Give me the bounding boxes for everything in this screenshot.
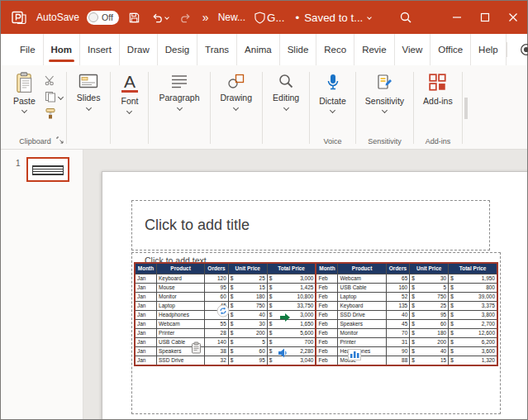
clipboard-object-icon[interactable]	[191, 341, 202, 354]
table-cell: $40	[228, 311, 267, 320]
table-header-month: Month	[135, 263, 157, 274]
table-cell: $1,320	[449, 356, 497, 366]
format-painter-button[interactable]	[45, 107, 63, 119]
tab-office[interactable]: Office	[430, 34, 471, 65]
search-button[interactable]	[397, 9, 414, 26]
table-cell: Monitor	[157, 293, 205, 302]
tab-slide[interactable]: Slide	[280, 34, 317, 65]
green-arrow-icon[interactable]	[279, 313, 291, 322]
drawing-group-button[interactable]: Drawing	[212, 67, 261, 149]
table-cell: Jan	[135, 347, 157, 356]
table-cell: SSD Drive	[157, 356, 205, 366]
save-button[interactable]	[126, 10, 142, 26]
record-button[interactable]	[518, 41, 528, 58]
addins-button[interactable]: Add-ins	[416, 69, 460, 106]
minimize-button[interactable]	[443, 1, 471, 34]
table-cell: $60	[228, 347, 267, 356]
paragraph-group-button[interactable]: Paragraph	[150, 67, 207, 149]
table-header-unit-price: Unit Price	[228, 263, 267, 274]
tab-view[interactable]: View	[395, 34, 431, 65]
editing-group-button[interactable]: Editing	[264, 67, 307, 149]
content-placeholder[interactable]: Click to add text MonthProductOrdersUnit…	[131, 252, 501, 414]
table-cell: $1,425	[267, 284, 316, 293]
table-cell: Keyboard	[338, 302, 386, 311]
sales-table[interactable]: MonthProductOrdersUnit PriceTotal PriceM…	[134, 262, 498, 366]
close-button[interactable]	[499, 1, 527, 34]
sensitivity-button[interactable]: Sensitivity	[358, 69, 411, 112]
tab-trans[interactable]: Trans	[197, 34, 237, 65]
table-cell: 32	[205, 356, 229, 366]
column-chart-icon[interactable]	[348, 349, 361, 360]
undo-button[interactable]	[150, 10, 170, 26]
group-separator	[355, 72, 356, 144]
slide-1-thumbnail[interactable]	[26, 157, 69, 182]
table-cell: Jan	[135, 311, 157, 320]
table-row: JanLaptop45$750$33,750FebKeyboard135$25$…	[135, 302, 497, 311]
tab-reco[interactable]: Reco	[316, 34, 354, 65]
cut-button[interactable]	[45, 74, 63, 86]
shield-icon	[254, 12, 265, 24]
table-row: JanUSB Cable140$5$700FebPrinter31$200$6,…	[135, 338, 497, 347]
maximize-button[interactable]	[471, 1, 499, 34]
tab-help[interactable]: Help	[471, 34, 507, 65]
copy-button[interactable]	[45, 91, 63, 103]
font-label: Font	[121, 96, 138, 106]
slide-thumbnail-row: 1	[1, 150, 83, 182]
table-cell: Jan	[135, 302, 157, 311]
group-separator	[66, 72, 67, 144]
ribbon: Paste	[1, 65, 527, 150]
table-cell: 40	[386, 311, 410, 320]
paragraph-icon	[170, 73, 188, 89]
table-cell: $200	[228, 329, 267, 338]
tab-hom[interactable]: Hom	[44, 34, 81, 65]
table-cell: 70	[386, 329, 410, 338]
slides-group-button[interactable]: Slides	[69, 67, 109, 149]
paste-button[interactable]: Paste	[6, 69, 43, 112]
tab-desig[interactable]: Desig	[158, 34, 197, 65]
table-cell: $180	[228, 293, 267, 302]
tab-revie[interactable]: Revie	[354, 34, 394, 65]
table-cell: $33,750	[267, 302, 316, 311]
sensitivity-status[interactable]: G...	[253, 10, 286, 26]
clipboard-small-buttons	[43, 69, 64, 119]
table-cell: $5,600	[267, 329, 316, 338]
addins-button-label: Add-ins	[423, 96, 453, 106]
editing-label: Editing	[273, 93, 299, 103]
voice-group: Dictate Voice	[312, 67, 354, 149]
tab-insert[interactable]: Insert	[80, 34, 120, 65]
dictate-label: Dictate	[319, 96, 346, 106]
saved-status[interactable]: • Saved to t...	[294, 10, 373, 26]
tab-file[interactable]: File	[12, 34, 44, 65]
table-header-month: Month	[316, 263, 338, 274]
sync-circle-icon[interactable]	[216, 304, 230, 317]
table-cell: Jan	[135, 338, 157, 347]
tab-anima[interactable]: Anima	[237, 34, 280, 65]
table-cell: Mouse	[157, 284, 205, 293]
clipboard-dialog-launcher[interactable]	[56, 134, 64, 146]
autosave-toggle[interactable]: Off	[87, 11, 119, 25]
table-cell: $2,280	[267, 347, 316, 356]
table-cell: 90	[386, 347, 410, 356]
table-cell: $15	[228, 284, 267, 293]
slide-canvas[interactable]: Click to add title Click to add text Mon…	[102, 171, 527, 419]
table-cell: Feb	[316, 311, 338, 320]
font-group-button[interactable]: A Font	[112, 67, 146, 149]
tab-draw[interactable]: Draw	[120, 34, 158, 65]
table-header-product: Product	[338, 263, 386, 274]
speaker-icon[interactable]	[277, 347, 288, 359]
table-cell: 60	[205, 293, 229, 302]
paragraph-label: Paragraph	[159, 93, 199, 103]
title-placeholder[interactable]: Click to add title	[131, 200, 490, 251]
table-cell: $3,000	[267, 274, 316, 284]
redo-button[interactable]	[178, 10, 193, 26]
tabrow-divider	[507, 42, 507, 57]
table-cell: Speakers	[338, 320, 386, 329]
slides-chevron-icon	[86, 105, 92, 111]
more-commands-button[interactable]: »	[201, 11, 211, 24]
saved-status-chevron-icon	[367, 15, 372, 20]
powerpoint-app-icon[interactable]	[9, 7, 29, 27]
table-cell: Jan	[135, 356, 157, 366]
dictate-button[interactable]: Dictate	[312, 69, 354, 112]
table-cell: $6,200	[449, 338, 497, 347]
record-icon	[520, 43, 528, 56]
